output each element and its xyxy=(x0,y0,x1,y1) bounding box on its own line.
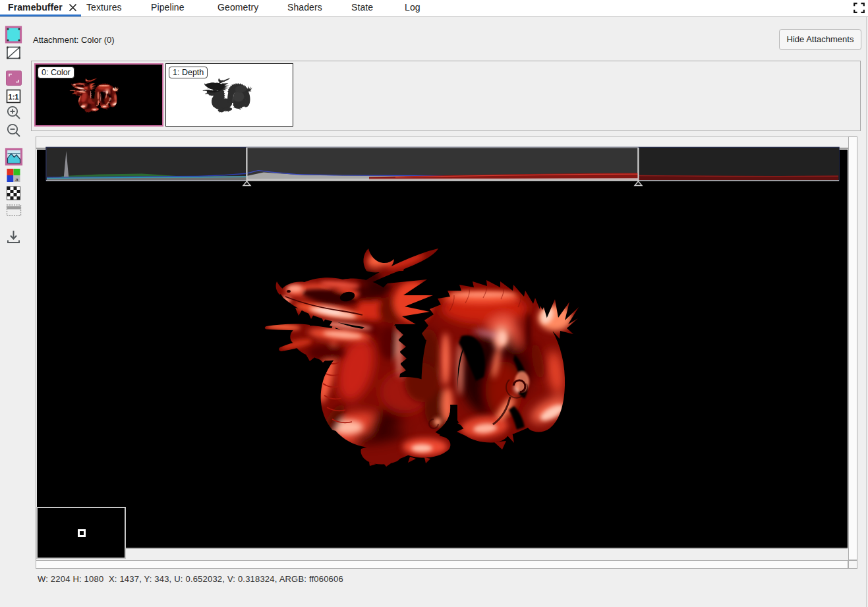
svg-text:a: a xyxy=(15,177,18,183)
svg-text:1:1: 1:1 xyxy=(9,93,19,101)
